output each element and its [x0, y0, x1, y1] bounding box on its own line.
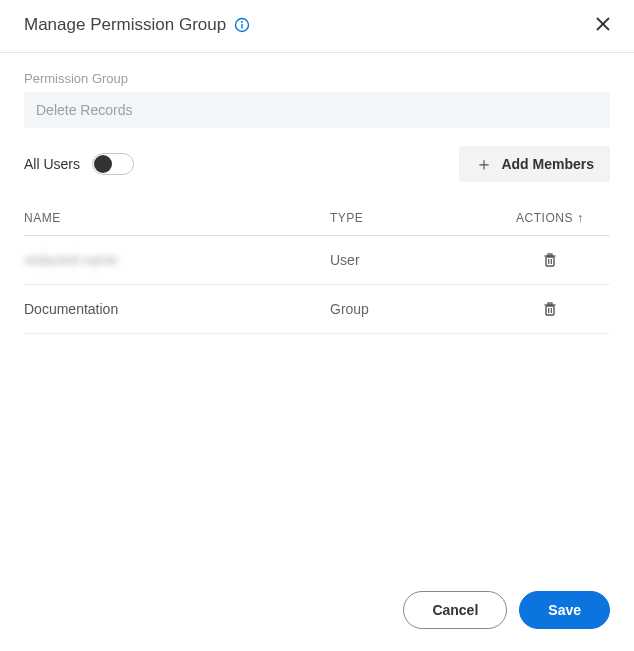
dialog-body: Permission Group All Users ＋ Add Members… [0, 53, 634, 334]
dialog-title: Manage Permission Group [24, 15, 250, 35]
save-button[interactable]: Save [519, 591, 610, 629]
add-members-label: Add Members [501, 156, 594, 172]
column-actions-label: ACTIONS [516, 211, 573, 225]
column-actions[interactable]: ACTIONS ↑ [490, 210, 610, 225]
svg-rect-10 [546, 306, 554, 315]
dialog-footer: Cancel Save [0, 575, 634, 651]
delete-member-button[interactable] [538, 297, 562, 321]
close-button[interactable] [592, 12, 614, 38]
table-header: NAME TYPE ACTIONS ↑ [24, 200, 610, 236]
close-icon [596, 15, 610, 35]
svg-rect-2 [242, 24, 243, 29]
members-table: NAME TYPE ACTIONS ↑ redacted name User [24, 200, 610, 334]
toggle-row: All Users ＋ Add Members [24, 146, 610, 182]
dialog-header: Manage Permission Group [0, 0, 634, 53]
table-row: redacted name User [24, 236, 610, 285]
trash-icon [542, 252, 558, 268]
all-users-label: All Users [24, 156, 80, 172]
info-icon[interactable] [234, 17, 250, 33]
table-row: Documentation Group [24, 285, 610, 334]
add-members-button[interactable]: ＋ Add Members [459, 146, 610, 182]
permission-group-input [24, 92, 610, 128]
member-type: User [330, 252, 490, 268]
member-type: Group [330, 301, 490, 317]
permission-group-label: Permission Group [24, 71, 610, 86]
member-name: Documentation [24, 301, 330, 317]
svg-point-1 [241, 21, 243, 23]
trash-icon [542, 301, 558, 317]
plus-icon: ＋ [475, 155, 493, 173]
dialog-title-text: Manage Permission Group [24, 15, 226, 35]
sort-arrow-icon: ↑ [577, 210, 584, 225]
manage-permission-group-dialog: Manage Permission Group Permission Group [0, 0, 634, 651]
column-type: TYPE [330, 211, 490, 225]
toggle-knob [94, 155, 112, 173]
svg-rect-5 [546, 257, 554, 266]
all-users-toggle[interactable] [92, 153, 134, 175]
cancel-button[interactable]: Cancel [403, 591, 507, 629]
delete-member-button[interactable] [538, 248, 562, 272]
column-name: NAME [24, 211, 330, 225]
svg-rect-7 [548, 254, 552, 256]
member-name: redacted name [24, 252, 330, 268]
svg-rect-12 [548, 303, 552, 305]
